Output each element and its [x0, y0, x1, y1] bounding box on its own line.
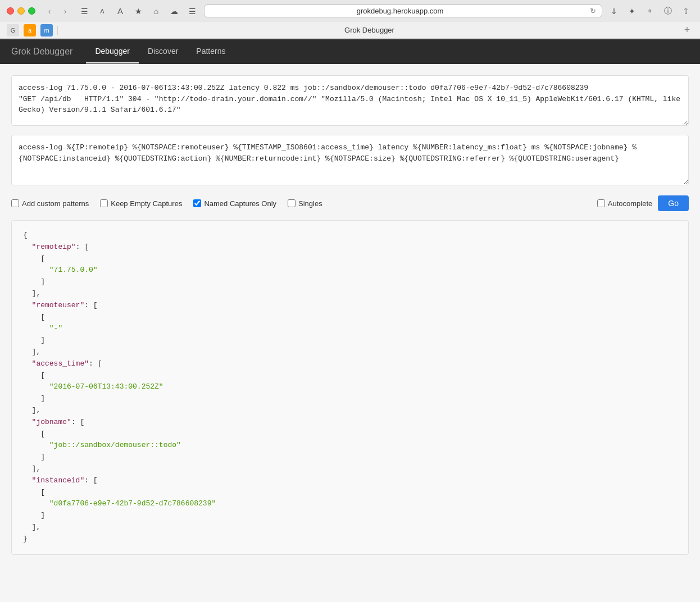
- named-captures-only-checkbox[interactable]: [193, 199, 201, 207]
- tab-discover[interactable]: Discover: [139, 40, 187, 63]
- browser-chrome: ‹ › ☰ A A ★ ⌂ ☁ ☰ grokdebug.herokuapp.co…: [0, 0, 700, 39]
- json-output: { "remoteip": [ [ "71.75.0.0" ] ], "remo…: [11, 220, 689, 555]
- log-input[interactable]: access-log 71.75.0.0 - 2016-07-06T13:43:…: [11, 75, 689, 126]
- autocomplete-text: Autocomplete: [608, 199, 653, 208]
- cloud-icon[interactable]: ☁: [167, 5, 181, 17]
- new-tab-button[interactable]: +: [681, 24, 693, 37]
- right-icons: ⇓ ✦ ⚬ ⓘ ⇧: [607, 5, 693, 17]
- info-icon[interactable]: ⓘ: [661, 5, 675, 17]
- menu-icon[interactable]: ☰: [185, 5, 199, 17]
- bookmark-m[interactable]: m: [40, 24, 53, 37]
- pattern-input[interactable]: access-log %{IP:remoteip} %{NOTSPACE:rem…: [11, 135, 689, 185]
- nav-buttons: ‹ ›: [42, 5, 72, 17]
- download-icon[interactable]: ⇓: [607, 5, 621, 17]
- title-bar: ‹ › ☰ A A ★ ⌂ ☁ ☰ grokdebug.herokuapp.co…: [0, 0, 700, 22]
- add-custom-patterns-label[interactable]: Add custom patterns: [11, 199, 89, 208]
- font-smaller-icon[interactable]: A: [95, 5, 110, 17]
- singles-checkbox[interactable]: [288, 199, 296, 207]
- tab-patterns[interactable]: Patterns: [187, 40, 234, 63]
- traffic-lights: [7, 7, 35, 15]
- bookmarks-bar: G a m Grok Debugger +: [0, 22, 700, 39]
- add-custom-patterns-text: Add custom patterns: [22, 199, 89, 208]
- app-logo: Grok Debugger: [11, 47, 72, 57]
- named-captures-only-text: Named Captures Only: [204, 199, 276, 208]
- home-icon[interactable]: ⌂: [149, 5, 163, 17]
- autocomplete-section: Autocomplete Go: [597, 195, 689, 211]
- autocomplete-label[interactable]: Autocomplete: [597, 199, 653, 208]
- font-larger-icon[interactable]: A: [113, 5, 128, 17]
- autocomplete-checkbox[interactable]: [597, 199, 605, 207]
- extensions-icon[interactable]: ✦: [625, 5, 639, 17]
- options-row: Add custom patterns Keep Empty Captures …: [11, 195, 689, 211]
- go-button[interactable]: Go: [658, 195, 689, 211]
- tab-debugger[interactable]: Debugger: [86, 40, 139, 63]
- bookmark-separator: [57, 26, 58, 35]
- minimize-button[interactable]: [17, 7, 25, 15]
- keep-empty-captures-checkbox[interactable]: [100, 199, 108, 207]
- bookmark-a[interactable]: a: [24, 24, 36, 37]
- reader-view-icon[interactable]: ☰: [77, 5, 92, 17]
- keep-empty-captures-label[interactable]: Keep Empty Captures: [100, 199, 182, 208]
- maximize-button[interactable]: [28, 7, 35, 15]
- bookmark-g[interactable]: G: [7, 24, 19, 37]
- address-text: grokdebug.herokuapp.com: [210, 7, 590, 15]
- named-captures-only-label[interactable]: Named Captures Only: [193, 199, 276, 208]
- add-custom-patterns-checkbox[interactable]: [11, 199, 19, 207]
- main-content: access-log 71.75.0.0 - 2016-07-06T13:43:…: [0, 64, 700, 602]
- refresh-icon[interactable]: ↻: [590, 7, 596, 15]
- toolbar-icons: ☰ A A ★ ⌂ ☁ ☰: [77, 5, 199, 17]
- forward-button[interactable]: ›: [58, 5, 72, 17]
- back-button[interactable]: ‹: [42, 5, 57, 17]
- singles-text: Singles: [298, 199, 322, 208]
- address-bar[interactable]: grokdebug.herokuapp.com ↻: [204, 4, 602, 17]
- page-title: Grok Debugger: [62, 26, 676, 34]
- shield-icon[interactable]: ⚬: [643, 5, 657, 17]
- app-nav: Grok Debugger Debugger Discover Patterns: [0, 39, 700, 64]
- close-button[interactable]: [7, 7, 14, 15]
- bookmark-star-icon[interactable]: ★: [131, 5, 146, 17]
- share-icon[interactable]: ⇧: [679, 5, 693, 17]
- keep-empty-captures-text: Keep Empty Captures: [111, 199, 182, 208]
- singles-label[interactable]: Singles: [288, 199, 322, 208]
